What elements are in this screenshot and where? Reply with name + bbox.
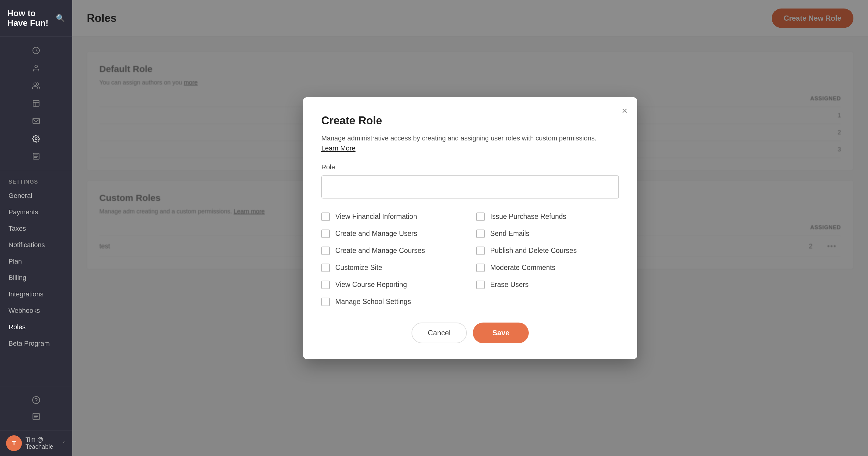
sidebar: How to Have Fun! 🔍 SETTINGS General Paym…	[0, 0, 72, 456]
sidebar-user[interactable]: T Tim @ Teachable ⌃	[0, 430, 72, 456]
permission-checkbox-publish-delete-courses[interactable]	[476, 247, 485, 255]
permission-send-emails: Send Emails	[476, 226, 619, 241]
sidebar-nav: SETTINGS General Payments Taxes Notifica…	[0, 170, 72, 386]
permission-manage-school-settings: Manage School Settings	[321, 294, 464, 309]
permission-label-create-courses: Create and Manage Courses	[335, 247, 425, 255]
svg-point-1	[35, 65, 38, 68]
permission-label-erase-users: Erase Users	[490, 281, 529, 289]
permission-label-issue-refunds: Issue Purchase Refunds	[490, 212, 566, 221]
role-field-label: Role	[321, 163, 619, 171]
permission-checkbox-create-users[interactable]	[321, 230, 330, 238]
permissions-grid: View Financial Information Issue Purchas…	[321, 209, 619, 309]
permission-label-publish-delete-courses: Publish and Delete Courses	[490, 247, 577, 255]
sidebar-section-label: SETTINGS	[0, 176, 72, 188]
modal-actions: Cancel Save	[321, 322, 619, 343]
sidebar-header: How to Have Fun! 🔍	[0, 0, 72, 37]
learn-more-link[interactable]: Learn More	[321, 144, 355, 152]
svg-rect-3	[33, 100, 39, 106]
permission-checkbox-send-emails[interactable]	[476, 230, 485, 238]
permission-label-send-emails: Send Emails	[490, 230, 529, 238]
help-icon[interactable]	[29, 393, 44, 408]
permission-view-course-reporting: View Course Reporting	[321, 278, 464, 292]
permission-create-users: Create and Manage Users	[321, 226, 464, 241]
sidebar-icon-chart[interactable]	[29, 96, 44, 111]
permission-checkbox-view-financial[interactable]	[321, 212, 330, 221]
create-role-modal: × Create Role Manage administrative acce…	[303, 97, 637, 359]
permission-issue-refunds: Issue Purchase Refunds	[476, 209, 619, 224]
permission-checkbox-view-course-reporting[interactable]	[321, 281, 330, 289]
modal-description: Manage administrative access by creating…	[321, 133, 619, 143]
sidebar-icon-users[interactable]	[29, 60, 44, 76]
save-button[interactable]: Save	[473, 322, 529, 343]
sidebar-item-billing[interactable]: Billing	[0, 269, 72, 286]
permission-checkbox-moderate-comments[interactable]	[476, 263, 485, 272]
permission-erase-users: Erase Users	[476, 278, 619, 292]
main-content: Roles Create New Role Default Role You c…	[72, 0, 868, 456]
modal-overlay: × Create Role Manage administrative acce…	[72, 0, 868, 456]
role-name-input[interactable]	[321, 175, 619, 199]
sidebar-item-general[interactable]: General	[0, 188, 72, 204]
modal-close-button[interactable]: ×	[622, 106, 627, 116]
sidebar-icon-dashboard[interactable]	[29, 43, 44, 58]
permission-checkbox-create-courses[interactable]	[321, 247, 330, 255]
permission-checkbox-manage-school-settings[interactable]	[321, 297, 330, 306]
permission-checkbox-issue-refunds[interactable]	[476, 212, 485, 221]
permission-customize-site: Customize Site	[321, 260, 464, 275]
permission-label-manage-school-settings: Manage School Settings	[335, 297, 411, 306]
sidebar-item-notifications[interactable]: Notifications	[0, 237, 72, 253]
sidebar-icon-group[interactable]	[29, 78, 44, 93]
permission-view-financial: View Financial Information	[321, 209, 464, 224]
sidebar-item-integrations[interactable]: Integrations	[0, 286, 72, 303]
permission-checkbox-customize-site[interactable]	[321, 263, 330, 272]
sidebar-item-payments[interactable]: Payments	[0, 204, 72, 220]
search-icon[interactable]: 🔍	[56, 14, 65, 23]
sidebar-item-plan[interactable]: Plan	[0, 253, 72, 269]
permission-label-view-financial: View Financial Information	[335, 212, 417, 221]
permission-label-view-course-reporting: View Course Reporting	[335, 281, 407, 289]
permission-checkbox-erase-users[interactable]	[476, 281, 485, 289]
svg-point-2	[34, 83, 36, 85]
permission-label-moderate-comments: Moderate Comments	[490, 263, 556, 272]
svg-point-5	[35, 138, 37, 140]
sidebar-item-taxes[interactable]: Taxes	[0, 220, 72, 237]
permission-publish-delete-courses: Publish and Delete Courses	[476, 244, 619, 258]
permission-label-customize-site: Customize Site	[335, 263, 382, 272]
sidebar-icon-group	[0, 37, 72, 170]
username: Tim @ Teachable	[26, 436, 59, 450]
list-icon[interactable]	[29, 409, 44, 424]
permission-label-create-users: Create and Manage Users	[335, 230, 417, 238]
sidebar-bottom	[0, 386, 72, 430]
sidebar-icon-mail[interactable]	[29, 113, 44, 129]
chevron-up-icon: ⌃	[62, 440, 66, 446]
sidebar-item-beta[interactable]: Beta Program	[0, 335, 72, 352]
cancel-button[interactable]: Cancel	[411, 322, 467, 343]
app-name: How to Have Fun!	[7, 8, 56, 28]
sidebar-icon-settings[interactable]	[29, 131, 44, 146]
permission-moderate-comments: Moderate Comments	[476, 260, 619, 275]
sidebar-icon-document[interactable]	[29, 149, 44, 164]
sidebar-item-webhooks[interactable]: Webhooks	[0, 303, 72, 319]
permission-create-courses: Create and Manage Courses	[321, 244, 464, 258]
sidebar-item-roles[interactable]: Roles	[0, 319, 72, 335]
svg-rect-4	[33, 118, 39, 123]
modal-title: Create Role	[321, 114, 619, 127]
avatar: T	[6, 435, 22, 451]
